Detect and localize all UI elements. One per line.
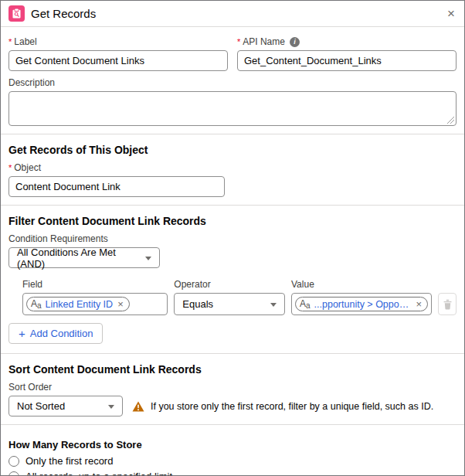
operator-select[interactable]: Equals [174,293,285,315]
remove-pill-icon[interactable]: × [416,298,422,310]
delete-condition-button[interactable] [438,293,457,315]
chevron-down-icon [145,257,151,260]
store-section: How Many Records to Store Only the first… [1,425,464,476]
api-name-field-label: * API Name i [237,36,457,47]
text-datatype-icon: Aa [31,298,42,310]
filter-section-title: Filter Content Document Link Records [8,215,457,227]
radio-all-records-limit[interactable]: All records, up to a specified limit [8,471,457,476]
required-marker: * [237,37,240,46]
sort-warning: If you store only the first record, filt… [132,401,433,412]
object-section-title: Get Records of This Object [8,144,457,156]
object-field-label: * Object [8,162,457,173]
label-field-label: * Label [8,36,228,47]
remove-pill-icon[interactable]: × [117,298,124,310]
chevron-down-icon [270,303,277,307]
chevron-down-icon [108,405,114,409]
required-marker: * [8,163,12,172]
add-condition-button[interactable]: + Add Condition [8,323,103,344]
field-combobox[interactable]: Aa Linked Entity ID × [22,293,168,315]
sort-section: Sort Content Document Link Records Sort … [1,354,464,425]
description-textarea[interactable] [8,91,457,126]
object-section: Get Records of This Object * Object [1,134,464,206]
condition-row: Field Aa Linked Entity ID × Operator Equ… [22,279,457,315]
store-section-title: How Many Records to Store [8,439,457,450]
condition-requirements-label: Condition Requirements [8,233,457,244]
get-records-clipboard-search-icon [8,5,25,22]
object-input[interactable] [8,176,225,197]
trash-icon [443,299,453,310]
warning-icon [132,401,144,412]
sort-order-select[interactable]: Not Sorted [8,396,123,416]
get-records-dialog: Get Records × * Label * API Name i [0,0,465,476]
radio-only-first-record[interactable]: Only the first record [8,455,457,467]
sort-warning-text: If you store only the first record, filt… [151,401,433,412]
api-name-input[interactable] [237,50,457,71]
info-icon[interactable]: i [290,37,300,47]
sort-section-title: Sort Content Document Link Records [8,363,457,376]
radio-input[interactable] [8,456,19,467]
text-datatype-icon: Aa [300,298,311,310]
dialog-header: Get Records × [1,1,464,27]
description-field-label: Description [8,77,457,88]
page-title: Get Records [31,7,447,20]
value-combobox[interactable]: Aa ...pportunity > Opportunity ID × [291,293,432,315]
operator-label: Operator [174,279,285,290]
label-input[interactable] [8,50,228,71]
filter-section: Filter Content Document Link Records Con… [1,206,464,354]
close-icon[interactable]: × [447,7,455,20]
condition-requirements-select[interactable]: All Conditions Are Met (AND) [8,247,160,268]
field-pill[interactable]: Aa Linked Entity ID × [26,297,130,311]
value-pill[interactable]: Aa ...pportunity > Opportunity ID × [295,297,428,311]
value-label: Value [291,279,432,290]
sort-order-label: Sort Order [8,382,457,393]
plus-icon: + [19,328,25,339]
required-marker: * [8,37,12,46]
radio-input[interactable] [8,471,19,476]
details-section: * Label * API Name i Description [1,27,464,134]
field-label: Field [22,279,168,290]
